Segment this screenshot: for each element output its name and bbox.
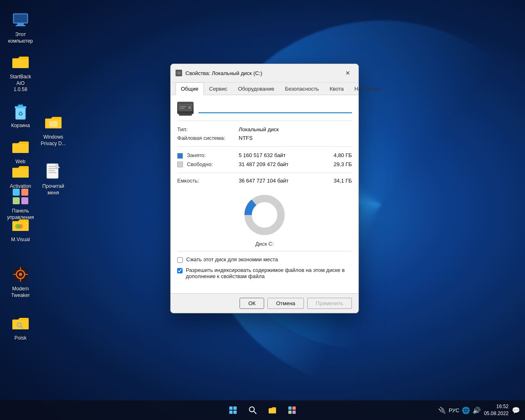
fs-value: NTFS <box>239 135 352 141</box>
svg-rect-47 <box>288 411 292 414</box>
type-label: Тип: <box>177 126 239 132</box>
svg-rect-48 <box>292 411 296 414</box>
globe-icon: 🌐 <box>462 406 470 414</box>
index-row: Разрешить индексировать содержимое файло… <box>177 267 352 279</box>
properties-dialog: Свойства: Локальный диск (C:) ✕ Общие Се… <box>170 64 359 313</box>
svg-rect-46 <box>292 406 296 410</box>
compress-checkbox[interactable] <box>177 257 183 263</box>
capacity-label: Емкость: <box>177 178 239 184</box>
dialog-tabs: Общие Сервис Оборудование Безопасность К… <box>171 82 358 95</box>
index-label[interactable]: Разрешить индексировать содержимое файло… <box>186 267 352 279</box>
svg-point-38 <box>252 203 277 227</box>
disk-chart-container: Диск C: <box>177 188 352 251</box>
tab-hardware[interactable]: Оборудование <box>233 82 279 95</box>
capacity-section: Емкость: 36 647 727 104 байт 34,1 ГБ <box>177 173 352 185</box>
used-bytes: 5 160 517 632 байт <box>239 152 323 158</box>
svg-rect-42 <box>233 411 237 414</box>
usb-icon: 🔌 <box>438 406 446 414</box>
tab-security[interactable]: Безопасность <box>280 82 324 95</box>
dialog-title-icon <box>176 70 182 76</box>
type-value: Локальный диск <box>239 126 352 132</box>
drive-icon <box>177 102 194 114</box>
dialog-footer: ОК Отмена Применить <box>171 293 358 313</box>
dialog-titlebar: Свойства: Локальный диск (C:) ✕ <box>171 64 358 82</box>
used-label: Занято: <box>177 152 239 159</box>
svg-rect-30 <box>176 72 178 75</box>
free-row: Свободно: 31 487 209 472 байт 29,3 ГБ <box>177 160 352 169</box>
svg-rect-34 <box>180 106 186 107</box>
taskbar: 🔌 РУС 🌐 🔊 16:52 05.08.2022 💬 <box>0 400 525 420</box>
index-checkbox[interactable] <box>177 268 183 274</box>
free-label: Свободно: <box>177 161 239 168</box>
free-bytes: 31 487 209 472 байт <box>239 161 323 167</box>
language-indicator[interactable]: РУС <box>449 407 459 413</box>
ok-button[interactable]: ОК <box>240 298 264 309</box>
tab-general[interactable]: Общие <box>176 82 204 95</box>
store-button[interactable] <box>284 402 300 418</box>
dialog-overlay: Свойства: Локальный диск (C:) ✕ Общие Се… <box>0 0 525 420</box>
taskbar-right: 🔌 РУС 🌐 🔊 16:52 05.08.2022 💬 <box>438 403 520 417</box>
dialog-body: Тип: Локальный диск Файловая система: NT… <box>171 95 358 293</box>
used-color-sq <box>177 153 183 159</box>
cancel-button[interactable]: Отмена <box>267 298 304 309</box>
dialog-title-text: Свойства: Локальный диск (C:) <box>185 70 262 76</box>
apply-button[interactable]: Применить <box>307 298 352 309</box>
drive-name-input[interactable] <box>199 103 352 113</box>
taskbar-center <box>225 402 300 418</box>
capacity-row: Емкость: 36 647 727 104 байт 34,1 ГБ <box>177 176 352 185</box>
fs-label: Файловая система: <box>177 135 239 141</box>
type-row: Тип: Локальный диск <box>177 125 352 134</box>
checkboxes-section: Сжать этот диск для экономии места Разре… <box>177 251 352 287</box>
compress-label[interactable]: Сжать этот диск для экономии места <box>186 256 278 262</box>
used-row: Занято: 5 160 517 632 байт 4,80 ГБ <box>177 151 352 160</box>
info-section-space: Занято: 5 160 517 632 байт 4,80 ГБ Свобо… <box>177 146 352 169</box>
svg-line-44 <box>254 411 256 414</box>
explorer-button[interactable] <box>264 402 281 418</box>
capacity-bytes: 36 647 727 104 байт <box>239 178 323 184</box>
svg-rect-39 <box>229 406 233 410</box>
used-gb: 4,80 ГБ <box>323 152 352 158</box>
disk-donut-chart <box>242 192 287 237</box>
tab-service[interactable]: Сервис <box>204 82 233 95</box>
taskbar-system-icons: 🔌 РУС 🌐 🔊 <box>438 406 481 414</box>
svg-rect-40 <box>233 406 237 410</box>
taskbar-clock[interactable]: 16:52 05.08.2022 <box>484 403 509 417</box>
drive-name-row <box>177 102 352 114</box>
free-color-sq <box>177 162 183 167</box>
dialog-close-button[interactable]: ✕ <box>342 67 354 79</box>
clock-date: 05.08.2022 <box>484 410 509 417</box>
volume-icon: 🔊 <box>472 406 481 414</box>
svg-rect-41 <box>229 411 233 414</box>
info-section-type: Тип: Локальный диск Файловая система: NT… <box>177 121 352 142</box>
clock-time: 16:52 <box>484 403 509 410</box>
dialog-title-left: Свойства: Локальный диск (C:) <box>176 70 262 76</box>
start-button[interactable] <box>225 402 241 418</box>
disk-label: Диск C: <box>256 241 274 247</box>
desktop: Этоткомпьютер StartBack AiO1.0.58 ♻ <box>0 0 525 420</box>
svg-rect-35 <box>180 108 185 109</box>
free-gb: 29,3 ГБ <box>323 161 352 167</box>
compress-row: Сжать этот диск для экономии места <box>177 256 352 263</box>
svg-rect-45 <box>288 406 292 410</box>
notification-icon[interactable]: 💬 <box>512 406 520 414</box>
tab-settings[interactable]: Настройка <box>349 82 386 95</box>
svg-point-43 <box>249 407 254 412</box>
capacity-gb: 34,1 ГБ <box>323 178 352 184</box>
search-button[interactable] <box>244 402 261 418</box>
tab-quota[interactable]: Квота <box>324 82 349 95</box>
svg-point-33 <box>188 106 191 109</box>
fs-row: Файловая система: NTFS <box>177 134 352 142</box>
